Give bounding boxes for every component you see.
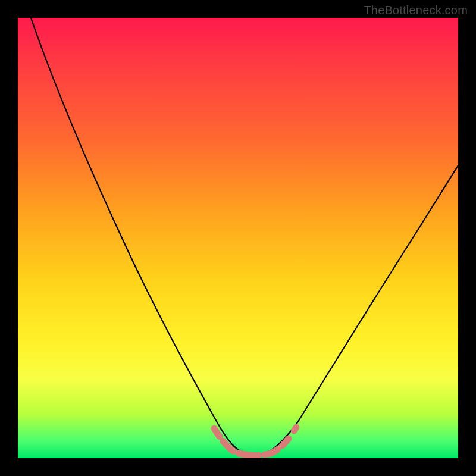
chart-frame: TheBottleneck.com <box>0 0 476 476</box>
valley-highlight <box>214 427 296 456</box>
curve-layer <box>18 18 458 458</box>
plot-area <box>18 18 458 458</box>
watermark-text: TheBottleneck.com <box>364 4 468 17</box>
bottleneck-curve <box>31 18 458 455</box>
